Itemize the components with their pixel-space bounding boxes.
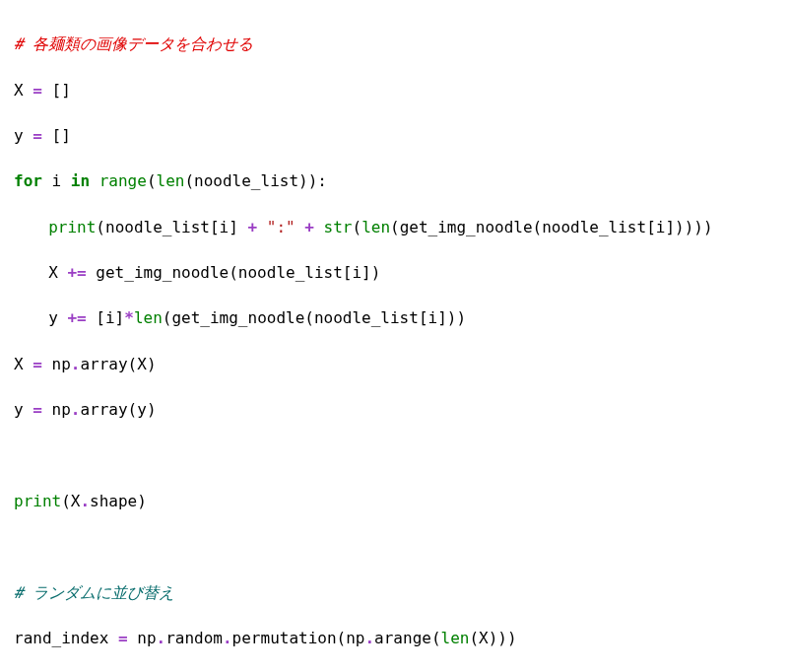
builtin: len — [157, 171, 185, 190]
code-text: np — [128, 629, 157, 647]
code-text: array(y) — [80, 400, 156, 419]
builtin: print — [14, 492, 61, 510]
code-text: (noodle_list[i] — [96, 218, 247, 236]
code-line: X = np.array(X) — [14, 353, 774, 375]
operator: = — [33, 126, 42, 145]
keyword: in — [71, 171, 90, 190]
code-text: ( — [353, 218, 362, 236]
operator: . — [364, 629, 374, 647]
code-text — [90, 171, 99, 190]
code-text — [257, 218, 267, 236]
code-text: X — [48, 263, 67, 282]
operator: . — [157, 629, 166, 647]
code-text: arange( — [374, 629, 440, 647]
operator: + — [304, 218, 314, 236]
code-text: [i] — [87, 308, 125, 327]
keyword: for — [14, 171, 42, 190]
code-text: shape) — [90, 492, 147, 510]
code-text: [] — [42, 81, 71, 100]
code-text: (X))) — [469, 629, 516, 647]
operator: . — [71, 355, 81, 373]
code-text — [296, 218, 305, 236]
code-line: X = [] — [14, 79, 774, 101]
operator: += — [67, 263, 86, 282]
code-line: X += get_img_noodle(noodle_list[i]) — [14, 261, 774, 284]
code-text — [314, 218, 324, 236]
code-text: np — [42, 355, 71, 373]
code-text: array(X) — [80, 355, 156, 373]
code-line: print(noodle_list[i] + ":" + str(len(get… — [14, 216, 774, 238]
builtin: range — [99, 171, 147, 190]
code-text: [] — [42, 126, 71, 145]
code-block: # 各麺類の画像データを合わせる X = [] y = [] for i in … — [14, 10, 774, 672]
code-line: # 各麺類の画像データを合わせる — [14, 33, 774, 55]
code-text: (get_img_noodle(noodle_list[i])) — [163, 308, 466, 327]
operator: . — [80, 492, 90, 510]
comment-text: # ランダムに並び替え — [14, 583, 174, 602]
code-text: (X — [61, 492, 80, 510]
code-text: get_img_noodle(noodle_list[i]) — [87, 263, 381, 282]
code-text: random — [165, 629, 223, 647]
operator: = — [118, 629, 128, 647]
builtin: str — [324, 218, 353, 236]
code-line: y = np.array(y) — [14, 398, 774, 421]
code-text: y — [14, 400, 33, 419]
operator: = — [33, 355, 42, 373]
code-text: X — [14, 81, 33, 100]
code-text: ( — [147, 171, 157, 190]
operator: + — [247, 218, 257, 236]
code-text: rand_index — [14, 629, 118, 647]
operator: * — [124, 308, 134, 327]
code-text: X — [14, 355, 33, 373]
code-text: np — [42, 400, 71, 419]
string-literal: ":" — [267, 218, 296, 236]
operator: = — [33, 400, 42, 419]
code-line: # ランダムに並び替え — [14, 581, 774, 604]
code-text: y — [14, 126, 33, 145]
blank-line — [14, 444, 774, 467]
builtin: len — [134, 308, 163, 327]
code-text: (noodle_list)): — [184, 171, 327, 190]
code-line: rand_index = np.random.permutation(np.ar… — [14, 627, 774, 649]
operator: . — [71, 400, 81, 419]
builtin: len — [441, 629, 470, 647]
blank-line — [14, 535, 774, 558]
comment-text: # 各麺類の画像データを合わせる — [14, 34, 253, 53]
builtin: print — [48, 218, 96, 236]
code-text: permutation(np — [232, 629, 365, 647]
operator: . — [223, 629, 232, 647]
code-text: y — [48, 308, 67, 327]
operator: += — [67, 308, 86, 327]
code-text: (get_img_noodle(noodle_list[i])))) — [390, 218, 713, 236]
code-text: i — [42, 171, 71, 190]
code-line: for i in range(len(noodle_list)): — [14, 169, 774, 192]
code-line: print(X.shape) — [14, 490, 774, 512]
operator: = — [33, 81, 42, 100]
code-line: y = [] — [14, 124, 774, 147]
code-line: y += [i]*len(get_img_noodle(noodle_list[… — [14, 306, 774, 329]
builtin: len — [361, 218, 390, 236]
